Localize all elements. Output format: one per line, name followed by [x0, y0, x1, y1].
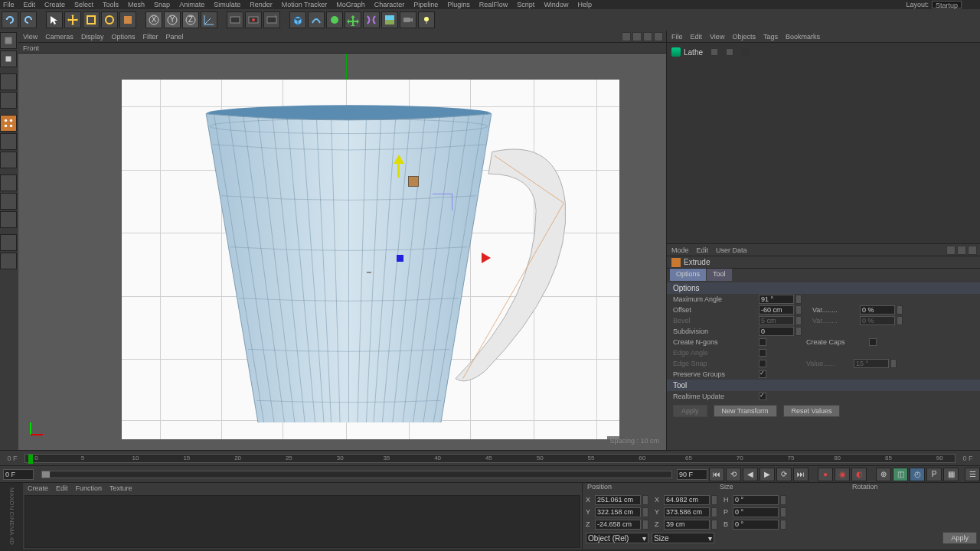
menu-motiontracker[interactable]: Motion Tracker [282, 1, 328, 8]
btn-newtransform[interactable]: New Transform [714, 405, 777, 417]
select-tool[interactable] [46, 11, 63, 28]
size-y[interactable]: 373.586 cm [664, 507, 710, 517]
render-view[interactable] [227, 11, 243, 28]
spin-posx[interactable] [642, 495, 648, 505]
om-bookmarks[interactable]: Bookmarks [786, 33, 820, 41]
z-axis-lock[interactable]: Z [182, 11, 199, 28]
spin-maxangle[interactable] [795, 295, 802, 304]
object-name[interactable]: Lathe [684, 48, 703, 57]
vm-cameras[interactable]: Cameras [45, 33, 74, 41]
object-list[interactable]: Lathe [667, 43, 980, 243]
rot-p[interactable]: 0 ° [733, 507, 779, 517]
vm-panel[interactable]: Panel [165, 33, 183, 41]
play-back-button[interactable]: ◀ [743, 468, 758, 481]
locked-wp[interactable] [0, 234, 17, 251]
options-button[interactable]: ☰ [965, 468, 980, 481]
pos-x[interactable]: 251.061 cm [595, 495, 641, 505]
rot-b[interactable]: 0 ° [733, 520, 779, 530]
light[interactable] [418, 11, 435, 28]
x-axis-lock[interactable]: X [145, 11, 162, 28]
attr-fwd-icon[interactable] [957, 246, 966, 255]
goto-prevkey-button[interactable]: ⟲ [726, 468, 741, 481]
menu-render[interactable]: Render [250, 1, 273, 8]
view-rotate-icon[interactable] [643, 32, 652, 41]
workplane-mode[interactable] [0, 92, 17, 109]
tl-track[interactable]: 051015202530354045505560657075808590 [24, 454, 956, 463]
rotate-tool[interactable] [101, 11, 118, 28]
gizmo-z-point-icon[interactable] [397, 255, 403, 262]
scale-tool[interactable] [83, 11, 100, 28]
menu-plugins[interactable]: Plugins [447, 1, 470, 8]
spin-rotb[interactable] [780, 520, 786, 530]
redo-button[interactable] [20, 11, 37, 28]
chk-preserve[interactable] [759, 370, 766, 378]
scale-key-button[interactable]: ◫ [893, 468, 908, 481]
primitive-cube[interactable] [289, 11, 306, 28]
make-editable[interactable] [0, 32, 17, 49]
om-tags[interactable]: Tags [763, 33, 778, 41]
viewport-solo[interactable] [0, 193, 17, 210]
generator2[interactable] [345, 11, 361, 28]
view-zoom-icon[interactable] [632, 32, 642, 41]
input-var1[interactable]: 0 % [860, 305, 895, 315]
size-x[interactable]: 64.982 cm [664, 495, 710, 505]
om-view[interactable]: View [710, 33, 724, 41]
object-close-icon[interactable] [741, 48, 749, 56]
menu-mograph[interactable]: MoGraph [336, 1, 365, 8]
input-offset[interactable]: -60 cm [759, 305, 794, 315]
spin-posy[interactable] [642, 507, 648, 517]
polygon-mode[interactable] [0, 152, 17, 168]
texture-mode[interactable] [0, 73, 17, 90]
object-item[interactable]: Lathe [670, 46, 977, 58]
deformer[interactable] [363, 11, 380, 28]
material-list[interactable] [24, 495, 580, 548]
size-z[interactable]: 39 cm [664, 520, 710, 530]
point-mode[interactable] [0, 115, 17, 132]
spin-sizex[interactable] [711, 495, 717, 505]
menu-snap[interactable]: Snap [154, 1, 170, 8]
render-region[interactable] [245, 11, 262, 28]
menu-select[interactable]: Select [74, 1, 93, 8]
layout-select[interactable]: Startup [932, 1, 962, 8]
menu-simulate[interactable]: Simulate [214, 1, 240, 8]
tab-options[interactable]: Options [670, 269, 706, 281]
menu-script[interactable]: Script [517, 1, 534, 8]
spin-sizez[interactable] [711, 520, 717, 530]
rot-key-button[interactable]: ◴ [910, 468, 925, 481]
generator[interactable] [326, 11, 343, 28]
spin-posz[interactable] [642, 520, 648, 530]
gizmo-x-arrow-icon[interactable] [482, 253, 491, 263]
input-subdiv[interactable]: 0 [759, 327, 794, 336]
planar-wp[interactable] [0, 253, 17, 269]
chk-ngons[interactable] [759, 338, 766, 346]
am-userdata[interactable]: User Data [716, 246, 747, 254]
menu-realflow[interactable]: RealFlow [479, 1, 508, 8]
mm-edit[interactable]: Edit [56, 484, 68, 492]
frame-current[interactable]: 0 F [3, 469, 34, 480]
view-toggle-icon[interactable] [654, 32, 663, 41]
enable-axis[interactable] [0, 174, 17, 191]
spline-pen[interactable] [308, 11, 325, 28]
menu-file[interactable]: File [3, 1, 15, 8]
param-key-button[interactable]: P [926, 468, 942, 481]
autokey-button[interactable]: ◉ [835, 468, 850, 481]
frame-end[interactable]: 90 F [677, 469, 707, 480]
menu-edit[interactable]: Edit [24, 1, 36, 8]
coord-size-select[interactable]: Size▾ [652, 533, 714, 543]
slider-thumb[interactable] [42, 471, 50, 478]
mm-create[interactable]: Create [28, 484, 48, 492]
attr-back-icon[interactable] [946, 246, 956, 255]
vm-options[interactable]: Options [111, 33, 135, 41]
gizmo-plane-handle[interactable] [433, 194, 452, 210]
model-mode[interactable] [0, 51, 17, 67]
menu-create[interactable]: Create [44, 1, 65, 8]
pos-z[interactable]: -24.658 cm [595, 520, 641, 530]
environment[interactable] [381, 11, 398, 28]
pos-y[interactable]: 322.158 cm [595, 507, 641, 517]
vm-display[interactable]: Display [81, 33, 104, 41]
om-edit[interactable]: Edit [691, 33, 703, 41]
y-axis-lock[interactable]: Y [164, 11, 181, 28]
rot-h[interactable]: 0 ° [733, 495, 779, 505]
gizmo-cube-icon[interactable] [408, 176, 419, 187]
menu-pipeline[interactable]: Pipeline [413, 1, 438, 8]
